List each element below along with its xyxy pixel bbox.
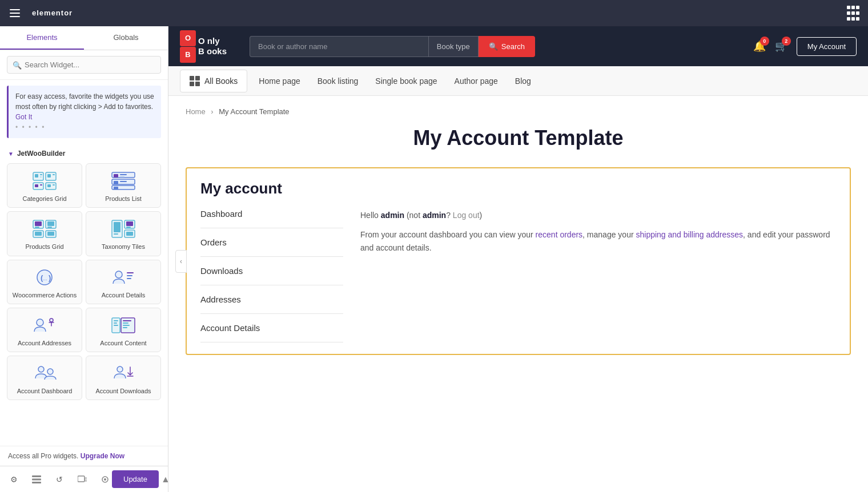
widget-taxonomy-tiles-label: Taxonomy Tiles <box>102 243 145 251</box>
svg-rect-19 <box>120 174 127 175</box>
sidebar-tabs: Elements Globals <box>0 26 168 50</box>
notifications-button[interactable]: 🔔 0 <box>753 40 766 53</box>
account-addresses-icon <box>32 315 57 336</box>
tab-globals[interactable]: Globals <box>84 26 168 50</box>
nav-item-addresses[interactable]: Addresses <box>200 285 343 314</box>
book-type-select[interactable]: Book type <box>429 36 479 57</box>
breadcrumb-home[interactable]: Home <box>186 107 206 116</box>
breadcrumb: Home › My Account Template <box>186 107 851 116</box>
widget-account-details[interactable]: Account Details <box>86 260 161 304</box>
widget-search-wrap: 🔍 <box>0 50 168 80</box>
svg-rect-28 <box>35 227 39 228</box>
widget-products-grid[interactable]: Products Grid <box>7 211 82 256</box>
hello-username: admin <box>381 211 404 220</box>
svg-rect-61 <box>123 325 130 326</box>
addresses-link[interactable]: shipping and billing addresses <box>636 230 743 239</box>
widget-account-content-label: Account Content <box>100 339 146 347</box>
svg-rect-66 <box>32 475 41 477</box>
widget-categories-grid[interactable]: Categories Grid <box>7 163 82 208</box>
right-content: O B O nly B ooks Book type 🔍 Search <box>168 26 868 492</box>
nav-item-account-details[interactable]: Account Details <box>200 314 343 342</box>
svg-rect-25 <box>114 187 118 189</box>
recent-orders-link[interactable]: recent orders <box>536 230 582 239</box>
logout-link[interactable]: Log out <box>453 211 480 220</box>
all-books-grid-icon <box>190 76 200 86</box>
nav-author-page[interactable]: Author page <box>455 76 498 86</box>
svg-rect-9 <box>47 174 51 178</box>
breadcrumb-separator: › <box>211 107 213 116</box>
upgrade-bar: Access all Pro widgets. Upgrade Now <box>0 446 168 466</box>
hamburger-icon[interactable] <box>7 5 23 21</box>
account-section: ‹ My account Dashboard Orders Downloads … <box>186 167 851 355</box>
collapse-section-button[interactable]: ‹ <box>175 250 187 273</box>
history-icon[interactable]: ↺ <box>53 473 66 486</box>
search-button[interactable]: 🔍 Search <box>479 36 535 57</box>
svg-rect-5 <box>35 174 38 178</box>
svg-rect-70 <box>85 478 87 481</box>
widget-account-downloads[interactable]: Account Downloads <box>86 356 161 400</box>
breadcrumb-current: My Account Template <box>219 107 289 116</box>
widget-woocommerce-actions[interactable]: ( ... ) Woocommerce Actions <box>7 260 82 304</box>
account-dashboard-icon <box>32 363 57 384</box>
update-button[interactable]: Update <box>112 470 159 488</box>
svg-point-65 <box>117 366 123 372</box>
svg-rect-22 <box>114 181 118 184</box>
page-title: My Account Template <box>186 126 851 150</box>
account-description: From your account dashboard you can view… <box>360 228 836 254</box>
widget-taxonomy-tiles[interactable]: Taxonomy Tiles <box>86 211 161 256</box>
bottom-bar: ⚙ ↺ Update ▲ <box>0 466 168 492</box>
responsive-icon[interactable] <box>75 473 89 486</box>
book-search-input[interactable] <box>250 36 429 57</box>
svg-rect-38 <box>114 233 118 235</box>
account-content-icon <box>111 315 136 336</box>
hello-username2: admin <box>423 211 446 220</box>
nav-item-dashboard[interactable]: Dashboard <box>200 209 343 228</box>
cart-button[interactable]: 🛒 2 <box>775 40 787 53</box>
widget-account-content[interactable]: Account Content <box>86 308 161 352</box>
svg-rect-50 <box>127 275 132 276</box>
search-widget-input[interactable] <box>7 56 161 74</box>
svg-rect-60 <box>123 322 128 324</box>
svg-point-63 <box>38 366 44 372</box>
widget-account-addresses[interactable]: Account Addresses <box>7 308 82 352</box>
apps-grid-icon[interactable] <box>845 5 861 21</box>
upgrade-now-link[interactable]: Upgrade Now <box>81 452 124 460</box>
widget-account-details-label: Account Details <box>102 291 145 299</box>
svg-rect-13 <box>40 184 42 185</box>
svg-rect-2 <box>10 16 20 17</box>
taxonomy-tiles-icon <box>111 219 136 239</box>
widget-account-dashboard-label: Account Dashboard <box>17 387 73 395</box>
nav-item-orders[interactable]: Orders <box>200 228 343 257</box>
nav-links: Home page Book listing Single book page … <box>259 76 531 86</box>
main-layout: Elements Globals 🔍 For easy access, favo… <box>0 26 868 492</box>
dots-decoration: • • • • • <box>15 122 154 132</box>
svg-text:elementor: elementor <box>32 9 73 17</box>
widget-products-list[interactable]: Products List <box>86 163 161 208</box>
svg-rect-20 <box>120 176 124 178</box>
tab-elements[interactable]: Elements <box>0 26 84 50</box>
nav-book-listing[interactable]: Book listing <box>318 76 359 86</box>
widget-account-dashboard[interactable]: Account Dashboard <box>7 356 82 400</box>
my-account-button[interactable]: My Account <box>797 37 857 56</box>
layers-icon[interactable] <box>30 473 43 486</box>
svg-text:...: ... <box>43 276 47 281</box>
nav-home-page[interactable]: Home page <box>259 76 300 86</box>
nav-all-books[interactable]: All Books <box>180 70 247 92</box>
svg-rect-6 <box>40 174 42 175</box>
svg-rect-1 <box>10 13 20 14</box>
preview-icon[interactable] <box>98 473 112 486</box>
got-it-link[interactable]: Got It <box>15 113 32 121</box>
svg-rect-51 <box>127 278 131 279</box>
products-list-icon <box>111 171 136 191</box>
nav-single-book-page[interactable]: Single book page <box>375 76 437 86</box>
header-actions: 🔔 0 🛒 2 My Account <box>753 37 857 56</box>
logo-badge-o: O <box>180 30 196 46</box>
hello-text: Hello admin (not admin? Log out) <box>360 209 836 221</box>
settings-icon[interactable]: ⚙ <box>7 473 21 486</box>
nav-blog[interactable]: Blog <box>515 76 531 86</box>
nav-item-downloads[interactable]: Downloads <box>200 257 343 285</box>
widget-categories-grid-label: Categories Grid <box>22 195 66 203</box>
collapse-panel-button[interactable]: ▲ <box>161 474 168 485</box>
site-logo: O B O nly B ooks <box>180 30 227 63</box>
categories-grid-icon <box>32 171 57 191</box>
